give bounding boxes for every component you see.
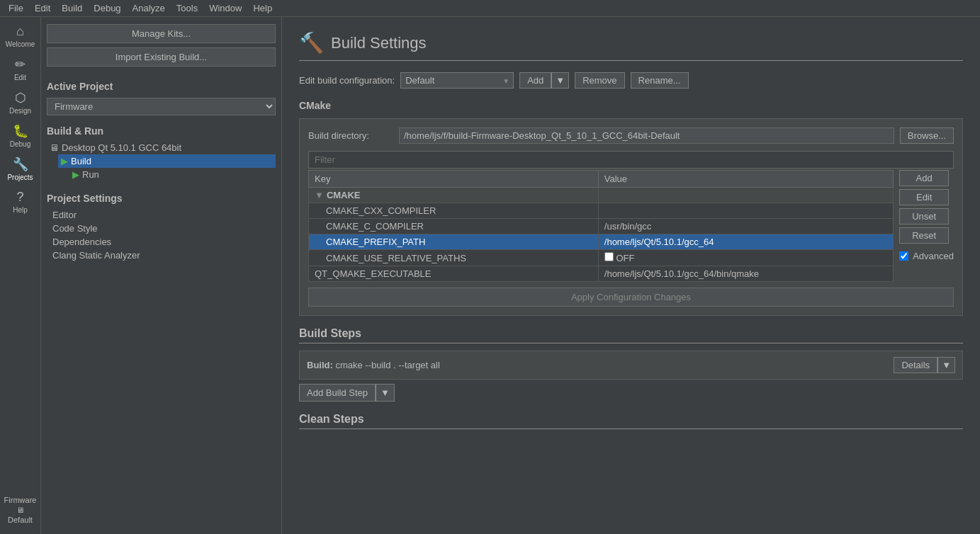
add-build-step-button[interactable]: Add Build Step: [299, 384, 376, 402]
build-steps-title: Build Steps: [299, 327, 963, 343]
table-row[interactable]: CMAKE_C_COMPILER /usr/bin/gcc: [309, 219, 894, 234]
hammer-icon: 🔨: [299, 31, 324, 55]
welcome-icon: ⌂: [16, 24, 24, 39]
table-row[interactable]: CMAKE_USE_RELATIVE_PATHS OFF: [309, 250, 894, 266]
menu-analyze[interactable]: Analyze: [127, 1, 171, 15]
sidebar-item-edit[interactable]: ✏ Edit: [1, 52, 40, 86]
monitor-icon: 🖥: [16, 506, 24, 514]
cmake-group-value: [598, 188, 893, 203]
build-step-label: Build: cmake --build . --target all: [307, 360, 888, 370]
apply-config-button[interactable]: Apply Configuration Changes: [308, 288, 954, 307]
projects-icon: 🔧: [13, 157, 28, 172]
active-project-label: Active Project: [47, 81, 276, 92]
settings-link-dependencies[interactable]: Dependencies: [47, 235, 276, 249]
browse-button[interactable]: Browse...: [900, 127, 954, 144]
c-compiler-key: CMAKE_C_COMPILER: [309, 219, 599, 234]
reset-cmake-button[interactable]: Reset: [899, 227, 949, 244]
sidebar-item-debug-label: Debug: [10, 140, 30, 148]
prefix-path-value: /home/ljs/Qt/5.10.1/gcc_64: [598, 234, 893, 250]
sidebar-item-welcome-label: Welcome: [6, 40, 35, 48]
remove-config-button[interactable]: Remove: [575, 72, 624, 89]
build-dir-label: Build directory:: [308, 130, 393, 141]
build-settings-header: 🔨 Build Settings: [299, 31, 963, 61]
advanced-checkbox[interactable]: [899, 251, 908, 261]
tree-item-run[interactable]: ▶ Run: [69, 168, 276, 181]
add-build-step-group: Add Build Step ▼: [299, 384, 395, 402]
filter-input[interactable]: [308, 151, 954, 169]
run-item-label: Run: [82, 169, 99, 180]
cmake-group-key: ▼CMAKE: [309, 188, 599, 203]
relative-paths-checkbox[interactable]: [604, 252, 614, 261]
sidebar-item-projects[interactable]: 🔧 Projects: [1, 152, 40, 186]
sidebar-item-welcome[interactable]: ⌂ Welcome: [1, 20, 40, 52]
build-step-row: Build: cmake --build . --target all Deta…: [299, 351, 963, 380]
settings-link-code-style[interactable]: Code Style: [47, 222, 276, 235]
sidebar-item-design[interactable]: ⬡ Design: [1, 86, 40, 119]
bottom-firmware-label: Firmware 🖥 Default: [1, 492, 40, 528]
menu-build[interactable]: Build: [56, 1, 88, 15]
menu-file[interactable]: File: [3, 1, 29, 15]
main-layout: ⌂ Welcome ✏ Edit ⬡ Design 🐛 Debug 🔧 Proj…: [0, 17, 980, 534]
add-config-dropdown-icon[interactable]: ▼: [551, 72, 569, 89]
table-row[interactable]: QT_QMAKE_EXECUTABLE /home/ljs/Qt/5.10.1/…: [309, 266, 894, 282]
manage-kits-button[interactable]: Manage Kits...: [47, 24, 276, 43]
sidebar-item-debug[interactable]: 🐛 Debug: [1, 119, 40, 152]
build-run-label: Build & Run: [47, 125, 276, 137]
sidebar-item-help[interactable]: ? Help: [1, 186, 40, 218]
add-config-button[interactable]: Add: [519, 72, 551, 89]
menu-edit[interactable]: Edit: [29, 1, 56, 15]
import-build-button[interactable]: Import Existing Build...: [47, 47, 276, 67]
edit-config-row: Edit build configuration: Default ▼ Add …: [299, 72, 963, 89]
details-button[interactable]: Details: [894, 357, 937, 373]
bottom-target-name: Default: [8, 516, 33, 524]
edit-cmake-button[interactable]: Edit: [899, 189, 949, 205]
menu-debug[interactable]: Debug: [88, 1, 126, 15]
menu-window[interactable]: Window: [203, 1, 247, 15]
page-title: Build Settings: [331, 34, 427, 52]
menubar: File Edit Build Debug Analyze Tools Wind…: [0, 0, 980, 17]
add-build-step-dropdown-icon[interactable]: ▼: [376, 384, 395, 402]
build-dir-input[interactable]: [399, 127, 894, 144]
table-row[interactable]: ▼CMAKE: [309, 188, 894, 203]
sidebar-item-projects-label: Projects: [7, 174, 33, 181]
computer-icon: 🖥: [50, 142, 59, 153]
tree-item-desktop[interactable]: 🖥 Desktop Qt 5.10.1 GCC 64bit: [47, 141, 276, 154]
menu-tools[interactable]: Tools: [171, 1, 203, 15]
add-cmake-button[interactable]: Add: [899, 170, 949, 186]
c-compiler-value: /usr/bin/gcc: [598, 219, 893, 234]
advanced-label: Advanced: [913, 251, 954, 261]
sidebar-item-edit-label: Edit: [14, 74, 26, 81]
details-dropdown-icon[interactable]: ▼: [937, 357, 955, 373]
prefix-path-key: CMAKE_PREFIX_PATH: [309, 234, 599, 250]
settings-link-editor[interactable]: Editor: [47, 208, 276, 222]
cmake-table-wrap: Key Value ▼CMAKE CMAKE_CXX_COMPILER: [308, 170, 954, 282]
cmake-table-container: Key Value ▼CMAKE CMAKE_CXX_COMPILER: [308, 170, 894, 282]
table-row[interactable]: CMAKE_PREFIX_PATH /home/ljs/Qt/5.10.1/gc…: [309, 234, 894, 250]
qmake-value: /home/ljs/Qt/5.10.1/gcc_64/bin/qmake: [598, 266, 893, 282]
build-cmd-value: cmake --build . --target all: [335, 360, 439, 370]
collapse-icon: ▼: [315, 190, 324, 200]
details-button-group: Details ▼: [894, 357, 955, 373]
sidebar-item-design-label: Design: [9, 107, 31, 115]
menu-help[interactable]: Help: [247, 1, 278, 15]
qmake-key: QT_QMAKE_EXECUTABLE: [309, 266, 599, 282]
main-content: 🔨 Build Settings Edit build configuratio…: [282, 17, 980, 534]
rename-config-button[interactable]: Rename...: [631, 72, 689, 89]
unset-cmake-button[interactable]: Unset: [899, 208, 949, 225]
project-select[interactable]: Firmware: [47, 98, 276, 115]
cxx-compiler-value: [598, 203, 893, 219]
cmake-section: Build directory: Browse... Key Value: [299, 118, 963, 316]
relative-paths-value: OFF: [598, 250, 893, 266]
table-row[interactable]: CMAKE_CXX_COMPILER: [309, 203, 894, 219]
tree-item-build[interactable]: ▶ Build: [58, 154, 276, 168]
settings-link-clang-static-analyzer[interactable]: Clang Static Analyzer: [47, 249, 276, 262]
build-config-select[interactable]: Default: [400, 72, 514, 89]
build-label-prefix: Build:: [307, 360, 333, 370]
col-value: Value: [598, 171, 893, 188]
help-icon: ?: [16, 190, 23, 205]
debug-icon: 🐛: [13, 123, 28, 139]
icon-bar: ⌂ Welcome ✏ Edit ⬡ Design 🐛 Debug 🔧 Proj…: [0, 17, 41, 534]
cmake-table: Key Value ▼CMAKE CMAKE_CXX_COMPILER: [308, 170, 894, 282]
build-icon: ▶: [61, 156, 68, 166]
cxx-compiler-key: CMAKE_CXX_COMPILER: [309, 203, 599, 219]
